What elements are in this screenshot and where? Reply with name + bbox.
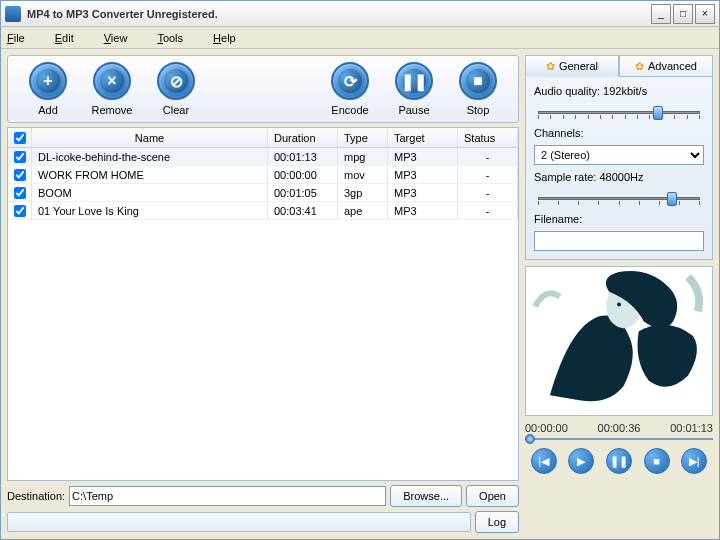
- browse-button[interactable]: Browse...: [390, 485, 462, 507]
- time-end: 00:01:13: [670, 422, 713, 434]
- player-prev-button[interactable]: |◀: [531, 448, 557, 474]
- cell-type: 3gp: [338, 184, 388, 201]
- filename-input[interactable]: [534, 231, 704, 251]
- quality-slider[interactable]: [534, 103, 704, 121]
- progress-bar: [7, 512, 471, 532]
- cell-target: MP3: [388, 166, 458, 183]
- remove-button[interactable]: ×Remove: [80, 62, 144, 116]
- row-checkbox[interactable]: [14, 151, 26, 163]
- tab-general[interactable]: ✿General: [525, 55, 619, 77]
- window-title: MP4 to MP3 Converter Unregistered.: [27, 8, 649, 20]
- col-duration[interactable]: Duration: [268, 128, 338, 147]
- cell-status: -: [458, 184, 518, 201]
- table-row[interactable]: WORK FROM HOME00:00:00movMP3-: [8, 166, 518, 184]
- svg-point-2: [617, 303, 621, 307]
- encode-button[interactable]: ⟳Encode: [318, 62, 382, 116]
- x-icon: ×: [100, 69, 124, 93]
- cell-status: -: [458, 166, 518, 183]
- file-list: Name Duration Type Target Status DL-icok…: [7, 127, 519, 481]
- preview-pane: [525, 266, 713, 416]
- cell-status: -: [458, 202, 518, 219]
- gear-icon: ✿: [546, 60, 555, 73]
- sample-label: Sample rate:: [534, 171, 596, 183]
- preview-image: [526, 267, 712, 415]
- cell-status: -: [458, 148, 518, 165]
- app-icon: [5, 6, 21, 22]
- row-checkbox[interactable]: [14, 169, 26, 181]
- cell-name: 01 Your Love Is King: [32, 202, 268, 219]
- minimize-button[interactable]: _: [651, 4, 671, 24]
- stop-button[interactable]: ■Stop: [446, 62, 510, 116]
- open-button[interactable]: Open: [466, 485, 519, 507]
- col-target[interactable]: Target: [388, 128, 458, 147]
- cell-duration: 00:01:05: [268, 184, 338, 201]
- add-button[interactable]: +Add: [16, 62, 80, 116]
- encode-icon: ⟳: [338, 69, 362, 93]
- select-all-checkbox[interactable]: [14, 132, 26, 144]
- table-row[interactable]: 01 Your Love Is King00:03:41apeMP3-: [8, 202, 518, 220]
- plus-icon: +: [36, 69, 60, 93]
- pause-icon: ❚❚: [402, 69, 426, 93]
- quality-label: Audio quality:: [534, 85, 600, 97]
- cell-name: WORK FROM HOME: [32, 166, 268, 183]
- clear-button[interactable]: ⊘Clear: [144, 62, 208, 116]
- col-type[interactable]: Type: [338, 128, 388, 147]
- toolbar: +Add ×Remove ⊘Clear ⟳Encode ❚❚Pause ■Sto…: [7, 55, 519, 123]
- clear-icon: ⊘: [164, 69, 188, 93]
- player-play-button[interactable]: ▶: [568, 448, 594, 474]
- cell-type: mpg: [338, 148, 388, 165]
- row-checkbox[interactable]: [14, 187, 26, 199]
- menu-help[interactable]: Help: [213, 32, 236, 44]
- player-pause-button[interactable]: ❚❚: [606, 448, 632, 474]
- channels-select[interactable]: 2 (Stereo): [534, 145, 704, 165]
- cell-type: ape: [338, 202, 388, 219]
- quality-value: 192kbit/s: [603, 85, 647, 97]
- cell-duration: 00:03:41: [268, 202, 338, 219]
- log-row: Log: [7, 511, 519, 533]
- stop-icon: ■: [466, 69, 490, 93]
- settings-panel: ✿General ✿Advanced Audio quality: 192kbi…: [525, 55, 713, 260]
- destination-row: Destination: Browse... Open: [7, 485, 519, 507]
- table-row[interactable]: BOOM00:01:053gpMP3-: [8, 184, 518, 202]
- player-stop-button[interactable]: ■: [644, 448, 670, 474]
- player-next-button[interactable]: ▶|: [681, 448, 707, 474]
- maximize-button[interactable]: □: [673, 4, 693, 24]
- cell-target: MP3: [388, 184, 458, 201]
- time-start: 00:00:00: [525, 422, 568, 434]
- titlebar: MP4 to MP3 Converter Unregistered. _ □ ×: [1, 1, 719, 27]
- sample-slider[interactable]: [534, 189, 704, 207]
- cell-type: mov: [338, 166, 388, 183]
- filename-label: Filename:: [534, 213, 704, 225]
- player-panel: 00:00:00 00:00:36 00:01:13 |◀ ▶ ❚❚ ■ ▶|: [525, 422, 713, 474]
- sample-value: 48000Hz: [599, 171, 643, 183]
- log-button[interactable]: Log: [475, 511, 519, 533]
- time-mid: 00:00:36: [598, 422, 641, 434]
- menu-view[interactable]: View: [104, 32, 128, 44]
- destination-label: Destination:: [7, 490, 65, 502]
- col-name[interactable]: Name: [32, 128, 268, 147]
- cell-duration: 00:00:00: [268, 166, 338, 183]
- row-checkbox[interactable]: [14, 205, 26, 217]
- tab-advanced[interactable]: ✿Advanced: [619, 55, 713, 77]
- cell-name: BOOM: [32, 184, 268, 201]
- channels-label: Channels:: [534, 127, 704, 139]
- cell-target: MP3: [388, 148, 458, 165]
- pause-button[interactable]: ❚❚Pause: [382, 62, 446, 116]
- cell-duration: 00:01:13: [268, 148, 338, 165]
- cell-name: DL-icoke-behind-the-scene: [32, 148, 268, 165]
- menu-file[interactable]: File: [7, 32, 25, 44]
- close-button[interactable]: ×: [695, 4, 715, 24]
- menu-tools[interactable]: Tools: [157, 32, 183, 44]
- list-header: Name Duration Type Target Status: [8, 128, 518, 148]
- table-row[interactable]: DL-icoke-behind-the-scene00:01:13mpgMP3-: [8, 148, 518, 166]
- menu-edit[interactable]: Edit: [55, 32, 74, 44]
- gear-icon: ✿: [635, 60, 644, 73]
- cell-target: MP3: [388, 202, 458, 219]
- player-seek[interactable]: [525, 434, 713, 444]
- destination-input[interactable]: [69, 486, 386, 506]
- menubar: File Edit View Tools Help: [1, 27, 719, 49]
- col-status[interactable]: Status: [458, 128, 518, 147]
